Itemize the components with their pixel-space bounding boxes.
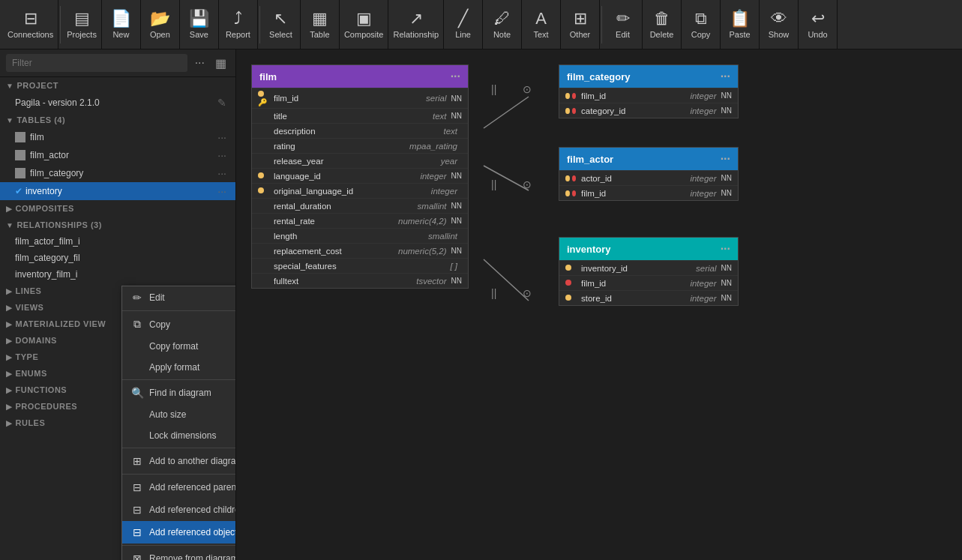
- inv-col-store_id: store_id integer NN: [559, 290, 738, 305]
- toolbar-report-label: Report: [226, 30, 250, 39]
- views-arrow: ▶: [6, 304, 13, 312]
- svg-line-1: [484, 166, 529, 190]
- tree-table-film-actor[interactable]: film_actor ···: [0, 146, 235, 164]
- toolbar-table[interactable]: ▦ Table: [301, 0, 340, 49]
- toolbar-delete[interactable]: 🗑 Delete: [643, 0, 682, 49]
- toolbar-report[interactable]: ⤴ Report: [219, 0, 258, 49]
- table-film-actor-card[interactable]: film_actor ··· actor_id integer NN film_…: [559, 147, 739, 201]
- ctx-find-diagram[interactable]: 🔍 Find in diagram: [122, 382, 236, 404]
- toolbar-select-label: Select: [269, 30, 292, 39]
- toolbar-paste[interactable]: 📋 Paste: [721, 0, 760, 49]
- film-col-title: title text NN: [252, 108, 468, 123]
- tree-project-name[interactable]: Pagila - version 2.1.0 ✎: [0, 94, 235, 112]
- toolbar-composite[interactable]: ▣ Composite: [340, 0, 389, 49]
- tree-section-composites[interactable]: ▶ COMPOSITES: [0, 200, 235, 217]
- select-icon: ↖: [274, 10, 287, 27]
- toolbar-connections[interactable]: ⊟ Connections: [3, 0, 58, 49]
- ctx-add-children[interactable]: ⊟ Add referenced children: [122, 499, 236, 521]
- project-arrow: ▼: [6, 82, 13, 90]
- filter-dots-button[interactable]: ···: [192, 55, 208, 71]
- toolbar-relationship[interactable]: ↗ Relationship: [388, 0, 444, 49]
- toolbar-note[interactable]: 🖊 Note: [483, 0, 522, 49]
- ctx-remove[interactable]: ⊠ Remove from diagram: [122, 547, 236, 560]
- ctx-add-objects[interactable]: ⊟ Add referenced objects: [122, 521, 236, 544]
- table-inventory-dots[interactable]: ···: [214, 185, 229, 197]
- ctx-add-parents[interactable]: ⊟ Add referenced parents: [122, 476, 236, 499]
- ctx-add-another[interactable]: ⊞ Add to another diagram: [122, 450, 236, 472]
- table-film-category-card[interactable]: film_category ··· film_id integer NN cat…: [559, 64, 739, 118]
- toolbar-line-label: Line: [455, 30, 471, 39]
- toolbar-note-label: Note: [493, 30, 511, 39]
- composites-arrow: ▶: [6, 205, 13, 213]
- inv-store-id-pk-icon: [565, 294, 577, 302]
- project-edit-icon[interactable]: ✎: [214, 97, 229, 109]
- table-film-card[interactable]: film ··· 🔑 film_id serial NN title text …: [251, 64, 469, 289]
- film-col-film_id: 🔑 film_id serial NN: [252, 88, 468, 108]
- table-inventory-menu[interactable]: ···: [721, 242, 730, 256]
- toolbar-composite-label: Composite: [344, 30, 384, 39]
- tree-section-tables[interactable]: ▼ TABLES (4): [0, 112, 235, 128]
- film-id-pk-icon: 🔑: [258, 90, 270, 106]
- table-film-icon: [15, 132, 25, 142]
- film-col-rating: rating mpaa_rating: [252, 138, 468, 153]
- toolbar-projects[interactable]: ▤ Projects: [62, 0, 102, 49]
- ctx-edit[interactable]: ✏ Edit: [122, 286, 236, 309]
- line-icon: ╱: [458, 10, 468, 27]
- toolbar-undo[interactable]: ↩ Undo: [799, 0, 838, 49]
- diagram-canvas[interactable]: || ⊙ || ⊙ || ⊙ film ··· 🔑 film_id serial…: [236, 49, 962, 560]
- toolbar-edit[interactable]: ✏ Edit: [604, 0, 643, 49]
- tree-rel-film-actor[interactable]: film_actor_film_i: [0, 233, 235, 250]
- toolbar-select[interactable]: ↖ Select: [262, 0, 301, 49]
- tree-table-film[interactable]: film ···: [0, 128, 235, 146]
- tree-table-film-category[interactable]: film_category ···: [0, 164, 235, 182]
- toolbar-paste-label: Paste: [729, 30, 750, 39]
- table-film-category-menu[interactable]: ···: [721, 70, 730, 83]
- inv-col-film_id: film_id integer NN: [559, 275, 738, 290]
- toolbar-other[interactable]: ⊞ Other: [561, 0, 600, 49]
- film-act-film-id-pkfk-icon: [565, 190, 577, 196]
- tree-rel-film-category[interactable]: film_category_fil: [0, 250, 235, 266]
- tree-table-inventory[interactable]: ✔ inventory ···: [0, 182, 235, 200]
- procedures-section-label: PROCEDURES: [16, 402, 78, 411]
- tree-section-project[interactable]: ▼ PROJECT: [0, 77, 235, 94]
- enums-section-label: ENUMS: [16, 369, 47, 378]
- tree-rel-inventory[interactable]: inventory_film_i: [0, 266, 235, 283]
- toolbar-open[interactable]: 📂 Open: [141, 0, 180, 49]
- new-icon: 📄: [111, 10, 131, 27]
- table-film-category-dots[interactable]: ···: [214, 167, 229, 179]
- toolbar-line[interactable]: ╱ Line: [444, 0, 483, 49]
- ctx-copy-format[interactable]: Copy format: [122, 336, 236, 357]
- toolbar: ⊟ Connections ▤ Projects 📄 New 📂 Open 💾 …: [0, 0, 962, 49]
- relationships-section-label: RELATIONSHIPS (3): [16, 220, 101, 229]
- ctx-add-objects-icon: ⊟: [131, 526, 143, 538]
- lines-section-label: LINES: [16, 286, 42, 295]
- toolbar-save[interactable]: 💾 Save: [180, 0, 219, 49]
- table-film-menu[interactable]: ···: [451, 70, 460, 83]
- svg-text:⊙: ⊙: [523, 83, 532, 95]
- toolbar-new[interactable]: 📄 New: [102, 0, 141, 49]
- table-film-category-title: film_category: [567, 71, 631, 82]
- table-film-actor-menu[interactable]: ···: [721, 152, 730, 166]
- language-id-fk-icon: [258, 172, 270, 180]
- toolbar-copy[interactable]: ⧉ Copy: [682, 0, 721, 49]
- open-icon: 📂: [150, 10, 170, 27]
- ctx-auto-size[interactable]: Auto size: [122, 404, 236, 425]
- ctx-copy[interactable]: ⧉ Copy: [122, 313, 236, 336]
- table-film-label: film: [30, 132, 44, 142]
- table-film-dots[interactable]: ···: [214, 131, 229, 143]
- sidebar-layout-button[interactable]: ▦: [212, 55, 229, 72]
- ctx-lock-dimensions[interactable]: Lock dimensions: [122, 425, 236, 446]
- toolbar-show[interactable]: 👁 Show: [760, 0, 799, 49]
- table-film-actor-icon: [15, 150, 25, 160]
- toolbar-delete-label: Delete: [650, 30, 674, 39]
- ctx-apply-format[interactable]: Apply format: [122, 357, 236, 378]
- toolbar-text[interactable]: A Text: [522, 0, 561, 49]
- table-inventory-card[interactable]: inventory ··· inventory_id serial NN fil…: [559, 237, 739, 306]
- tree-section-relationships[interactable]: ▼ RELATIONSHIPS (3): [0, 217, 235, 233]
- search-input[interactable]: [6, 54, 187, 72]
- inventory-checked-icon: ✔: [15, 186, 22, 196]
- inv-id-pk-icon: [565, 264, 577, 272]
- table-film-actor-dots[interactable]: ···: [214, 149, 229, 161]
- film-col-rental_rate: rental_rate numeric(4,2) NN: [252, 213, 468, 228]
- svg-text:||: ||: [491, 83, 496, 95]
